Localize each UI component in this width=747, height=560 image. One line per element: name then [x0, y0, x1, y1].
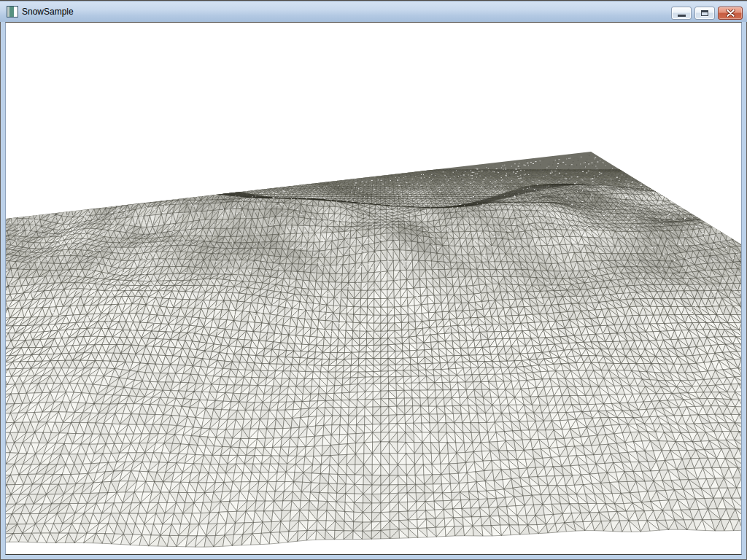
app-window: SnowSample: [0, 0, 747, 560]
minimize-icon: [678, 15, 686, 17]
close-button[interactable]: [718, 7, 743, 20]
title-bar[interactable]: SnowSample: [0, 0, 747, 22]
window-controls: [671, 7, 743, 20]
close-icon: [726, 9, 735, 17]
window-title: SnowSample: [22, 1, 74, 23]
maximize-icon: [701, 10, 708, 16]
viewport: [5, 22, 742, 555]
maximize-button[interactable]: [694, 7, 715, 20]
minimize-button[interactable]: [671, 7, 692, 20]
application-icon[interactable]: [7, 6, 18, 18]
terrain-wireframe-canvas[interactable]: [6, 23, 741, 554]
